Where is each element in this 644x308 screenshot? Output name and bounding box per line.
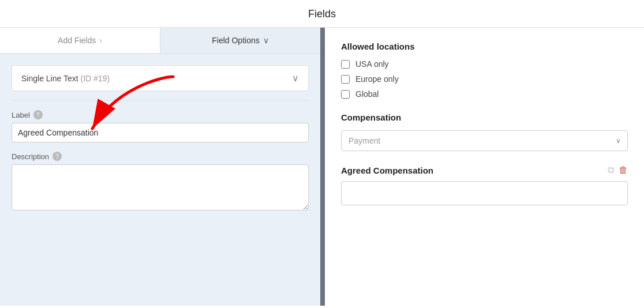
description-help-icon[interactable]: ? — [53, 152, 62, 161]
tab-add-fields-label: Add Fields — [58, 36, 96, 45]
checkbox-europe-only[interactable]: Europe only — [341, 74, 628, 84]
chevron-down-icon: ∨ — [263, 36, 269, 45]
compensation-select[interactable]: Payment — [341, 130, 628, 151]
page-title: Fields — [0, 8, 644, 20]
center-divider — [320, 28, 325, 306]
tab-field-options-label: Field Options — [212, 36, 259, 45]
field-name: Single Line Text — [21, 74, 78, 83]
divider — [12, 100, 309, 101]
field-title: Single Line Text (ID #19) — [21, 74, 110, 83]
section-actions: ⧉ 🗑 — [608, 165, 628, 175]
checkbox-usa-only-input[interactable] — [341, 60, 350, 69]
delete-icon[interactable]: 🗑 — [619, 165, 628, 175]
copy-icon[interactable]: ⧉ — [608, 165, 614, 175]
tab-add-fields[interactable]: Add Fields › — [0, 28, 160, 53]
checkbox-global-label: Global — [355, 89, 379, 99]
agreed-compensation-input[interactable] — [341, 181, 628, 205]
allowed-locations-section: Allowed locations USA only Europe only G… — [341, 42, 628, 99]
checkbox-global-input[interactable] — [341, 90, 350, 99]
compensation-title: Compensation — [341, 112, 628, 122]
checkbox-usa-only[interactable]: USA only — [341, 59, 628, 69]
description-textarea[interactable] — [12, 164, 309, 211]
checkbox-global[interactable]: Global — [341, 89, 628, 99]
agreed-compensation-title: Agreed Compensation — [341, 166, 433, 175]
left-panel: Add Fields › Field Options ∨ Single Line… — [0, 28, 320, 306]
label-group: Label ? Agreed Compensation — [12, 110, 309, 142]
right-panel: Allowed locations USA only Europe only G… — [325, 28, 644, 306]
location-checkboxes: USA only Europe only Global — [341, 59, 628, 99]
checkbox-usa-only-label: USA only — [355, 59, 389, 69]
label-input[interactable]: Agreed Compensation — [12, 123, 309, 142]
agreed-compensation-header: Agreed Compensation ⧉ 🗑 — [341, 165, 628, 175]
checkbox-europe-only-label: Europe only — [355, 74, 399, 84]
compensation-section: Compensation Payment ∨ — [341, 112, 628, 151]
tabs-bar: Add Fields › Field Options ∨ — [0, 28, 320, 54]
description-group: Description ? — [12, 152, 309, 212]
field-header-row: Single Line Text (ID #19) ∨ — [12, 65, 309, 91]
label-help-icon[interactable]: ? — [33, 110, 43, 119]
left-content: Single Line Text (ID #19) ∨ Label ? Agre… — [0, 54, 320, 306]
compensation-select-wrapper: Payment ∨ — [341, 130, 628, 151]
chevron-right-icon: › — [99, 36, 102, 45]
app-header: Fields — [0, 0, 644, 28]
checkbox-europe-only-input[interactable] — [341, 75, 350, 84]
label-label: Label ? — [12, 110, 309, 119]
field-collapse-icon[interactable]: ∨ — [292, 73, 299, 84]
field-id: (ID #19) — [80, 74, 110, 83]
description-label: Description ? — [12, 152, 309, 161]
agreed-compensation-section: Agreed Compensation ⧉ 🗑 — [341, 165, 628, 205]
tab-field-options[interactable]: Field Options ∨ — [160, 28, 320, 53]
allowed-locations-title: Allowed locations — [341, 42, 628, 51]
label-input-container: Agreed Compensation — [12, 123, 309, 142]
